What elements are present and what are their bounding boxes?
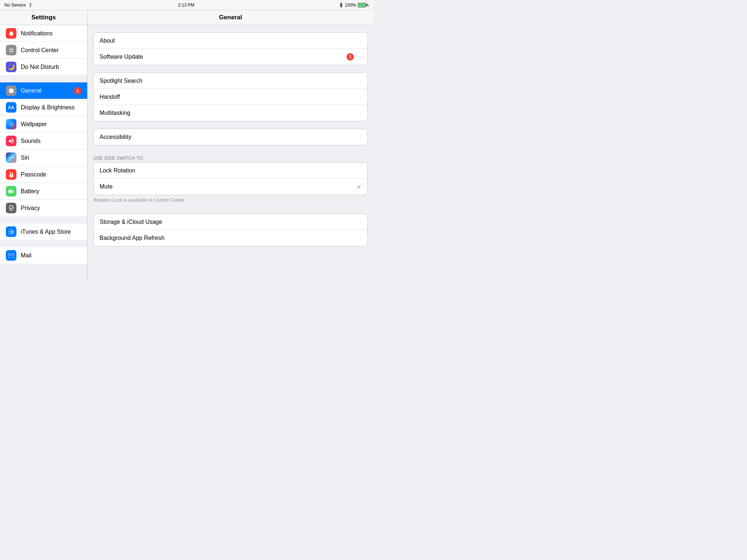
- side-switch-footer: Rotation Lock is available in Control Ce…: [88, 195, 374, 206]
- software-update-chevron: ›: [360, 54, 361, 60]
- sidebar-item-privacy[interactable]: Privacy: [0, 200, 87, 216]
- itunes-icon: [6, 226, 16, 237]
- mail-icon: [6, 250, 16, 261]
- status-time: 2:13 PM: [178, 3, 194, 8]
- siri-label: Siri: [21, 155, 29, 161]
- do-not-disturb-label: Do Not Disturb: [21, 64, 59, 70]
- battery-label: Battery: [21, 188, 39, 195]
- background-refresh-chevron: ›: [360, 235, 361, 241]
- sidebar-item-itunes[interactable]: iTunes & App Store: [0, 223, 87, 240]
- control-center-icon: [6, 45, 16, 55]
- battery-indicator: [358, 3, 369, 7]
- sidebar-gap-1: [0, 75, 87, 82]
- storage-chevron: ›: [360, 219, 361, 225]
- content-section-accessibility: Accessibility ›: [93, 129, 368, 145]
- sidebar-title: Settings: [31, 14, 56, 21]
- content-title: General: [219, 14, 242, 21]
- bluetooth-icon: [339, 3, 343, 8]
- sidebar-item-general[interactable]: General 1: [0, 82, 87, 99]
- passcode-icon: [6, 169, 16, 180]
- sidebar-item-siri[interactable]: Siri: [0, 149, 87, 166]
- display-icon: AA: [6, 102, 16, 113]
- software-update-badge: 1: [347, 53, 354, 61]
- general-label: General: [21, 88, 42, 94]
- multitasking-label: Multitasking: [100, 110, 357, 116]
- sounds-label: Sounds: [21, 138, 40, 144]
- multitasking-row[interactable]: Multitasking ›: [94, 105, 367, 121]
- handoff-row[interactable]: Handoff ›: [94, 89, 367, 105]
- accessibility-row[interactable]: Accessibility ›: [94, 129, 367, 145]
- display-brightness-label: Display & Brightness: [21, 104, 75, 111]
- lock-rotation-label: Lock Rotation: [100, 167, 361, 174]
- general-icon: [6, 85, 16, 96]
- sidebar-item-wallpaper[interactable]: Wallpaper: [0, 116, 87, 133]
- spotlight-search-label: Spotlight Search: [100, 78, 357, 84]
- mute-label: Mute: [100, 183, 357, 190]
- svg-rect-11: [8, 253, 14, 258]
- content-panel: General About › Software Update 1 › Spot…: [88, 10, 374, 280]
- battery-fill: [359, 4, 365, 7]
- lock-rotation-row[interactable]: Lock Rotation: [94, 163, 367, 179]
- accessibility-label: Accessibility: [100, 134, 357, 140]
- sidebar-section-2: General 1 AA Display & Brightness Wallpa…: [0, 82, 87, 216]
- sidebar-item-passcode[interactable]: Passcode: [0, 166, 87, 183]
- itunes-label: iTunes & App Store: [21, 229, 71, 235]
- sidebar: Settings Notifications: [0, 10, 88, 280]
- content-section-about: About › Software Update 1 ›: [93, 32, 368, 65]
- side-switch-label: USE SIDE SWITCH TO:: [88, 153, 374, 162]
- mute-row[interactable]: Mute ✓: [94, 179, 367, 195]
- svg-point-2: [11, 48, 13, 50]
- background-refresh-row[interactable]: Background App Refresh ›: [94, 230, 367, 246]
- do-not-disturb-icon: 🌙: [6, 62, 16, 72]
- wallpaper-label: Wallpaper: [21, 121, 47, 128]
- sidebar-item-display-brightness[interactable]: AA Display & Brightness: [0, 99, 87, 116]
- status-left: No Service: [4, 3, 33, 8]
- side-switch-container: USE SIDE SWITCH TO: Lock Rotation Mute ✓…: [88, 153, 374, 206]
- sidebar-section-1: Notifications Control Center 🌙 Do N: [0, 25, 87, 75]
- mail-label: Mail: [21, 252, 31, 259]
- handoff-chevron: ›: [360, 94, 361, 100]
- mute-checkmark: ✓: [357, 183, 361, 190]
- spotlight-search-row[interactable]: Spotlight Search ›: [94, 73, 367, 89]
- svg-rect-10: [13, 191, 14, 192]
- privacy-icon: [6, 203, 16, 213]
- about-row[interactable]: About ›: [94, 33, 367, 49]
- svg-point-7: [11, 175, 12, 176]
- sidebar-item-notifications[interactable]: Notifications: [0, 25, 87, 42]
- sidebar-gap-3: [0, 240, 87, 247]
- sidebar-header: Settings: [0, 10, 87, 25]
- multitasking-chevron: ›: [360, 110, 361, 116]
- content-section-spotlight: Spotlight Search › Handoff › Multitaskin…: [93, 73, 368, 121]
- sidebar-item-mail[interactable]: Mail: [0, 247, 87, 264]
- content-section-storage: Storage & iCloud Usage › Background App …: [93, 214, 368, 246]
- status-right: 100%: [339, 3, 369, 8]
- status-bar: No Service 2:13 PM 100%: [0, 0, 374, 10]
- sidebar-item-do-not-disturb[interactable]: 🌙 Do Not Disturb: [0, 59, 87, 75]
- sidebar-gap-2: [0, 216, 87, 223]
- general-badge: 1: [74, 87, 81, 94]
- notifications-icon: [6, 28, 16, 39]
- content-section-side-switch: Lock Rotation Mute ✓: [93, 162, 368, 195]
- sidebar-item-sounds[interactable]: Sounds: [0, 133, 87, 149]
- sidebar-item-battery[interactable]: Battery: [0, 183, 87, 200]
- storage-icloud-row[interactable]: Storage & iCloud Usage ›: [94, 214, 367, 230]
- main-layout: Settings Notifications: [0, 10, 374, 280]
- wifi-icon: [28, 3, 33, 7]
- notifications-label: Notifications: [21, 30, 53, 37]
- software-update-label: Software Update: [100, 54, 347, 60]
- passcode-label: Passcode: [21, 171, 46, 178]
- sidebar-section-4: Mail: [0, 247, 87, 264]
- about-label: About: [100, 38, 357, 44]
- battery-percent-text: 100%: [345, 3, 356, 8]
- svg-point-3: [9, 50, 11, 52]
- wallpaper-icon: [6, 119, 16, 129]
- accessibility-chevron: ›: [360, 134, 361, 140]
- sidebar-item-control-center[interactable]: Control Center: [0, 42, 87, 59]
- software-update-row[interactable]: Software Update 1 ›: [94, 49, 367, 65]
- privacy-label: Privacy: [21, 205, 40, 211]
- control-center-label: Control Center: [21, 47, 59, 54]
- charging-icon: [367, 3, 369, 7]
- storage-icloud-label: Storage & iCloud Usage: [100, 219, 357, 225]
- sidebar-section-3: iTunes & App Store: [0, 223, 87, 240]
- sounds-icon: [6, 136, 16, 146]
